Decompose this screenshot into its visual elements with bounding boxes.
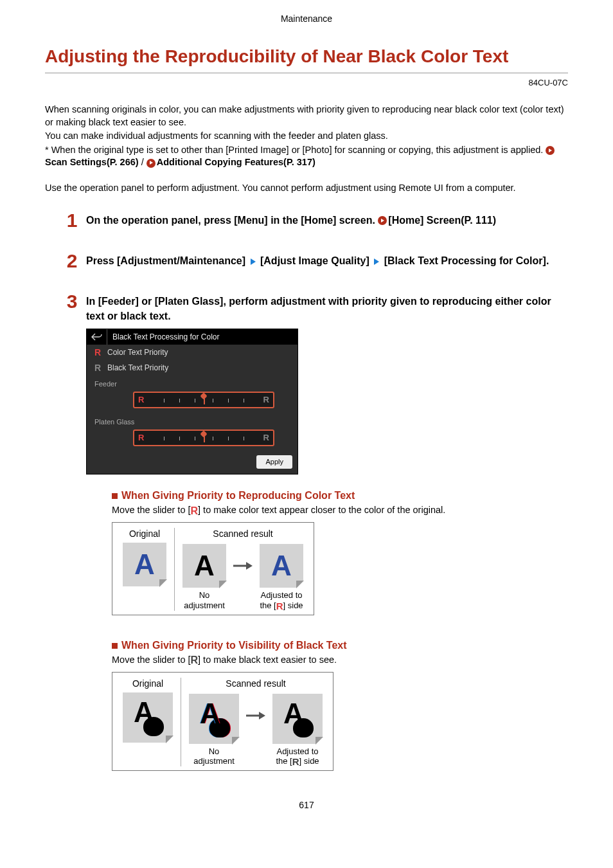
back-icon[interactable] [87, 329, 107, 345]
cap-no2: adjustment [184, 601, 225, 610]
diagram-color: Original A Scanned result A [112, 522, 314, 615]
r-red-icon: R [93, 347, 102, 359]
subsection-color-heading: When Giving Priority to Reproducing Colo… [112, 489, 568, 503]
diagram-black: Original A Scanned result A [112, 672, 333, 772]
cap-no1: No [199, 590, 210, 600]
chevron-right-icon [374, 258, 379, 265]
subsection-black-desc: Move the slider to [R] to make black tex… [112, 654, 568, 667]
step-2-p3: [Black Text Processing for Color]. [384, 255, 549, 266]
r-gray-icon: R [191, 655, 199, 665]
sub1-desc-b: ] to make color text appear closer to th… [198, 505, 445, 515]
sample-no-adjust: A [182, 544, 226, 588]
platen-slider[interactable]: R R [133, 429, 274, 446]
feeder-slider[interactable]: R R [133, 392, 274, 408]
legend-color-label: Color Text Priority [107, 347, 168, 357]
legend-black-priority: R Black Text Priority [87, 360, 298, 375]
r-red-icon: R [191, 506, 199, 516]
play-icon [147, 159, 155, 168]
step-2: 2 Press [Adjustment/Maintenance] [Adjust… [64, 253, 568, 268]
header-section: Maintenance [45, 13, 568, 25]
sample-original: A [123, 692, 173, 743]
r-red-icon: R [276, 601, 283, 611]
step-2-p1: Press [Adjustment/Maintenance] [86, 255, 245, 266]
step-1-heading: On the operation panel, press [Menu] in … [86, 213, 568, 228]
link-home-screen[interactable]: [Home] Screen(P. 111) [388, 215, 496, 226]
subsection-black-text: When Giving Priority to Visibility of Bl… [112, 638, 568, 783]
step-1-text: On the operation panel, press [Menu] in … [86, 215, 378, 226]
intro-p2: You can make individual adjustments for … [45, 130, 568, 143]
intro-sep: / [141, 157, 147, 167]
sub2-desc-b: ] to make black text easier to see. [198, 655, 337, 665]
step-3: 3 In [Feeder] or [Platen Glass], perform… [64, 294, 568, 782]
intro-block: When scanning originals in color, you ca… [45, 104, 568, 169]
r-red-icon: R [138, 432, 144, 444]
sample-adjusted: A [272, 694, 323, 744]
cap-adj2b: ] side [283, 601, 303, 610]
cap-adj2ab: the [ [276, 756, 292, 766]
sub2-desc-a: Move the slider to [ [112, 655, 191, 665]
link-scan-settings[interactable]: Scan Settings(P. 266) [45, 157, 139, 167]
subsection-black-heading: When Giving Priority to Visibility of Bl… [112, 638, 568, 653]
cap-adj1b: Adjusted to [276, 746, 318, 756]
page-title: Adjusting the Reproducibility of Near Bl… [45, 44, 568, 73]
step-2-heading: Press [Adjustment/Maintenance] [Adjust I… [86, 253, 568, 268]
step-3-heading: In [Feeder] or [Platen Glass], perform a… [86, 294, 568, 323]
apply-button[interactable]: Apply [256, 455, 292, 469]
note: Use the operation panel to perform adjus… [45, 182, 568, 195]
chevron-right-icon [251, 258, 256, 265]
link-additional-copy[interactable]: Additional Copying Features(P. 317) [157, 157, 315, 167]
intro-p3: * When the original type is set to other… [45, 144, 568, 169]
legend-color-priority: R Color Text Priority [87, 345, 298, 360]
r-gray-icon: R [263, 432, 269, 444]
intro-p3-prefix: * When the original type is set to other… [45, 145, 546, 155]
cap-adj2a: the [ [260, 601, 276, 610]
r-gray-icon: R [263, 394, 269, 406]
arrow-right-icon [243, 694, 269, 737]
cap-adj2bb: ] side [299, 756, 319, 766]
diagram-scanned-label: Scanned result [191, 528, 294, 540]
svg-marker-1 [246, 562, 253, 570]
step-num: 1 [63, 208, 81, 234]
play-icon [546, 146, 555, 155]
doc-code: 84CU-07C [45, 77, 568, 89]
step-2-p2: [Adjust Image Quality] [260, 255, 369, 266]
r-gray-icon: R [292, 757, 299, 766]
legend-black-label: Black Text Priority [107, 363, 168, 373]
feeder-label: Feeder [94, 379, 291, 389]
svg-marker-3 [259, 712, 265, 719]
arrow-right-icon [230, 544, 256, 588]
diagram-original-label: Original [119, 678, 177, 690]
page-number: 617 [45, 799, 568, 811]
sample-original: A [123, 543, 166, 586]
sample-adjusted: A [260, 544, 303, 588]
step-num: 3 [63, 289, 81, 315]
cap-no1b: No [209, 746, 220, 756]
play-icon [378, 216, 387, 225]
cap-adj1: Adjusted to [260, 590, 302, 600]
device-panel: Black Text Processing for Color R Color … [86, 329, 298, 475]
cap-no2b: adjustment [193, 756, 235, 766]
subsection-color-desc: Move the slider to [R] to make color tex… [112, 504, 568, 517]
step-num: 2 [63, 248, 81, 275]
intro-p1: When scanning originals in color, you ca… [45, 104, 568, 129]
diagram-scanned-label: Scanned result [204, 678, 307, 690]
r-gray-icon: R [93, 362, 102, 374]
subsection-color-text: When Giving Priority to Reproducing Colo… [112, 489, 568, 627]
r-red-icon: R [138, 394, 144, 406]
diagram-original-label: Original [119, 528, 170, 540]
sample-no-adjust: A [189, 694, 239, 744]
step-1: 1 On the operation panel, press [Menu] i… [64, 213, 568, 228]
platen-label: Platen Glass [94, 417, 291, 427]
sub1-desc-a: Move the slider to [ [112, 505, 191, 515]
panel-title: Black Text Processing for Color [107, 332, 220, 342]
